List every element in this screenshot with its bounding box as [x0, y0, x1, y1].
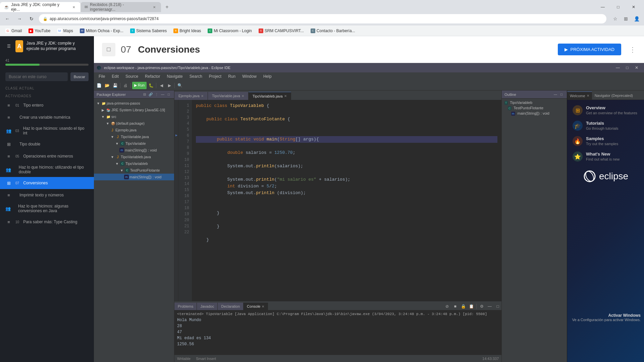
- tree-item-testpunto[interactable]: ▼ C TestPuntoFlotante: [94, 167, 174, 174]
- close-button[interactable]: ✕: [626, 2, 641, 12]
- tree-item-tp-main[interactable]: m main(String[]) : void: [94, 174, 174, 180]
- bookmark-contacto[interactable]: C Contacto - Barbería...: [308, 27, 358, 34]
- welcome-item-overview[interactable]: ⊞ Overview Get an overview of the featur…: [573, 105, 639, 115]
- console-stop[interactable]: ■: [451, 303, 459, 310]
- code-editor[interactable]: ▶ 1 2 3 4 5: [174, 100, 501, 301]
- tree-item-tipovariable-class[interactable]: ▼ C TipoVariable: [94, 140, 174, 147]
- bookmark-bright[interactable]: B Bright Ideas: [171, 27, 204, 34]
- console-clear[interactable]: ⊘: [443, 303, 451, 310]
- toolbar-print[interactable]: 🖨: [122, 82, 129, 89]
- more-options-button[interactable]: ⋮: [629, 46, 636, 54]
- welcome-item-tutorials[interactable]: 🎓 Tutorials Go through tutorials: [573, 121, 639, 131]
- tab-problems[interactable]: Problems: [174, 303, 197, 310]
- run-button[interactable]: ▶ Run: [132, 82, 147, 89]
- pe-menu[interactable]: ⋮: [154, 92, 159, 97]
- sidebar-item-item3[interactable]: 👥 03 Haz lo que hicimos: usando el tipo …: [0, 123, 94, 138]
- maximize-button[interactable]: □: [610, 2, 626, 12]
- tab-tipovariable[interactable]: TipoVariable.java ✕: [208, 92, 249, 100]
- console-copy[interactable]: 📋: [468, 303, 475, 310]
- sidebar-item-item4[interactable]: ⊞ Tipo double: [0, 138, 94, 150]
- tab-ejemplo-close[interactable]: ✕: [201, 94, 204, 98]
- tab-ejemplo[interactable]: Ejemplo.java ✕: [174, 92, 208, 100]
- eclipse-minimize[interactable]: —: [613, 64, 623, 71]
- eclipse-maximize[interactable]: □: [623, 64, 632, 71]
- sidebar-item-item10[interactable]: ≡ 10 Para saber más: Type Casting: [0, 216, 94, 228]
- outline-item-testpunto[interactable]: C TestPuntoFlotante: [503, 105, 566, 111]
- menu-run[interactable]: Run: [225, 73, 239, 79]
- tab2-close[interactable]: ✕: [152, 4, 157, 10]
- forward-button[interactable]: →: [15, 14, 24, 23]
- refresh-button[interactable]: ↻: [27, 14, 36, 23]
- toolbar-search[interactable]: 🔍: [176, 82, 183, 89]
- tree-item-tv-main[interactable]: m main(String[]) : void: [94, 147, 174, 154]
- tree-item-tipovariableb-class[interactable]: ▼ C TipoVariableb: [94, 160, 174, 167]
- tab-inactive[interactable]: ✉ Recibidos (8.218) - ingenieraagr... ✕: [80, 2, 161, 12]
- toolbar-open[interactable]: 📂: [103, 82, 111, 89]
- search-button[interactable]: Buscar: [70, 72, 89, 81]
- tree-item-src[interactable]: ▼ 📁 src: [94, 113, 174, 120]
- welcome-item-whatsnew[interactable]: ⭐ What's New Find out what is new: [573, 152, 639, 162]
- outline-maximize[interactable]: □: [559, 92, 564, 97]
- bookmark-saberes[interactable]: S Sistema Saberes: [127, 27, 169, 34]
- tree-item-tipovariableb[interactable]: ▼ J TipoVariableb.java: [94, 154, 174, 160]
- url-bar[interactable]: 🔒 app.aluracursos.com/course/java-primer…: [39, 14, 606, 23]
- back-button[interactable]: ←: [3, 14, 12, 23]
- menu-window[interactable]: Window: [239, 73, 260, 79]
- tab-declaration[interactable]: Declaration: [218, 303, 244, 310]
- tab-active[interactable]: ☕ Java JRE y JDK: compile y eje... ✕: [0, 2, 80, 12]
- code-content[interactable]: public class TipoVariableb { public clas…: [192, 100, 501, 301]
- menu-refactor[interactable]: Refactor: [142, 73, 163, 79]
- sidebar-menu-button[interactable]: ☰: [5, 41, 12, 52]
- menu-source[interactable]: Source: [122, 73, 142, 79]
- sidebar-item-item6[interactable]: 👥 Haz lo que hicimos: utilizando el tipo…: [0, 162, 94, 177]
- menu-search[interactable]: Search: [186, 73, 206, 79]
- profile-icon[interactable]: 👤: [632, 14, 641, 23]
- tab-tipovariableb-close[interactable]: ✕: [284, 94, 287, 98]
- toolbar-save[interactable]: 💾: [111, 82, 119, 89]
- sidebar-item-item1[interactable]: ≡ 01 Tipo entero: [0, 99, 94, 111]
- sidebar-item-item2[interactable]: ≡ Crear una variable numérica: [0, 111, 94, 123]
- search-input[interactable]: [5, 72, 68, 81]
- eclipse-close[interactable]: ✕: [632, 64, 641, 71]
- outline-item-main[interactable]: m main(String[]) : void: [503, 111, 566, 116]
- bookmark-milton[interactable]: M Milton Ochoa - Exp...: [77, 27, 126, 34]
- console-maximize[interactable]: □: [494, 303, 501, 310]
- bookmark-maps[interactable]: M Maps: [55, 27, 76, 34]
- sidebar-item-item7[interactable]: ⊞ 07 Conversiones: [0, 177, 94, 189]
- tree-item-jre[interactable]: ▶ 📚 JRE System Library [JavaSE-19]: [94, 107, 174, 113]
- toolbar-debug[interactable]: 🐛: [147, 82, 155, 89]
- tab-console[interactable]: Console ✕: [244, 303, 268, 310]
- bookmark-youtube[interactable]: ▶ YouTube: [26, 27, 53, 34]
- tree-item-ejemplo[interactable]: J Ejemplo.java: [94, 127, 174, 133]
- menu-navigate[interactable]: Navigate: [163, 73, 186, 79]
- tab-tipovariable-close[interactable]: ✕: [241, 94, 244, 98]
- next-activity-button[interactable]: ▶ PRÓXIMA ACTIVIDAD: [558, 44, 621, 55]
- pe-maximize[interactable]: □: [166, 92, 171, 97]
- outline-minimize[interactable]: —: [553, 92, 558, 97]
- bookmark-gmail[interactable]: G Gmail: [3, 27, 24, 34]
- minimize-button[interactable]: —: [595, 2, 610, 12]
- console-minimize[interactable]: —: [486, 303, 493, 310]
- pe-link[interactable]: 🔗: [148, 92, 153, 97]
- toolbar-prev[interactable]: ◀: [158, 82, 165, 89]
- menu-edit[interactable]: Edit: [108, 73, 122, 79]
- bookmark-star[interactable]: ☆: [610, 14, 620, 23]
- tree-item-tipovariable[interactable]: ▼ J TipoVariable.java: [94, 133, 174, 140]
- console-close[interactable]: ✕: [262, 305, 264, 308]
- outline-item-tipovariableb[interactable]: T TipoVariableb: [503, 100, 566, 105]
- pe-minimize[interactable]: —: [160, 92, 165, 97]
- bookmark-classroom[interactable]: C Mi Classroom - Login: [205, 27, 254, 34]
- console-settings[interactable]: ⚙: [478, 303, 485, 310]
- tab-javadoc[interactable]: Javadoc: [197, 303, 218, 310]
- menu-project[interactable]: Project: [206, 73, 225, 79]
- sidebar-item-item9[interactable]: 👥 Haz lo que hicimos: algunas conversion…: [0, 201, 94, 216]
- welcome-close[interactable]: ✕: [587, 94, 589, 98]
- tab-tipovariableb[interactable]: TipoVariableb.java ✕: [249, 92, 291, 100]
- toolbar-new[interactable]: 📄: [95, 82, 103, 89]
- tree-item-default[interactable]: ▼ 📦 (default package): [94, 120, 174, 127]
- welcome-item-samples[interactable]: 🔥 Samples Try out the samples: [573, 136, 639, 146]
- menu-help[interactable]: Help: [260, 73, 275, 79]
- extension-icon[interactable]: ⊞: [621, 14, 631, 23]
- console-lock[interactable]: 🔒: [460, 303, 467, 310]
- menu-file[interactable]: File: [95, 73, 108, 79]
